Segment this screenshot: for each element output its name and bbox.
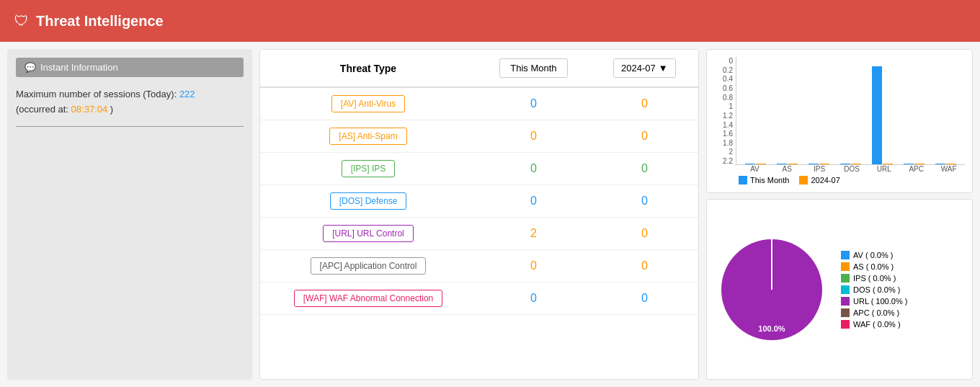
- threat-type-cell: [WAF] WAF Abnormal Connection: [260, 283, 476, 315]
- threat-type-cell: [URL] URL Control: [260, 218, 476, 250]
- pie-legend-item: APC ( 0.0% ): [841, 308, 907, 317]
- pie-legend-label: AV ( 0.0% ): [853, 251, 893, 259]
- threat-type-cell: [APC] Application Control: [260, 250, 476, 283]
- threat-type-cell: [DOS] Defense: [260, 185, 476, 218]
- pie-legend-dot: [841, 320, 850, 329]
- pie-legend-label: URL ( 100.0% ): [853, 297, 907, 306]
- legend-color-dot: [799, 176, 808, 184]
- right-panel: 2.221.81.61.41.210.80.60.40.20 AVASIPSDO…: [699, 49, 973, 380]
- threat-type-button[interactable]: [WAF] WAF Abnormal Connection: [294, 290, 443, 307]
- pie-legend-label: WAF ( 0.0% ): [853, 320, 901, 329]
- bar-chart: 2.221.81.61.41.210.80.60.40.20: [714, 57, 965, 165]
- table-row: [IPS] IPS 0 0: [260, 153, 698, 185]
- pie-legend-dot: [841, 274, 850, 283]
- threat-table-container: Threat Type This Month 2024-07 ▼ [AV] An…: [259, 49, 699, 380]
- bar-group: [899, 164, 930, 164]
- y-axis-label: 1.2: [714, 112, 733, 120]
- bar-date: [883, 164, 893, 164]
- table-row: [URL] URL Control 2 0: [260, 218, 698, 250]
- y-axis-label: 0.8: [714, 94, 733, 102]
- pie-legend-dot: [841, 308, 850, 317]
- col-date: 2024-07 ▼: [591, 50, 698, 87]
- x-axis-label: DOS: [836, 165, 868, 173]
- pie-legend-label: DOS ( 0.0% ): [853, 285, 900, 294]
- x-axis-label: IPS: [803, 165, 836, 173]
- bar-this-month: [777, 164, 787, 164]
- legend-color-dot: [739, 176, 747, 184]
- this-month-value: 0: [476, 185, 591, 218]
- pie-legend: AV ( 0.0% ) AS ( 0.0% ) IPS ( 0.0% ) DOS…: [841, 251, 907, 329]
- bar-date: [819, 164, 829, 164]
- shield-icon: 🛡: [14, 13, 29, 30]
- pie-legend-item: IPS ( 0.0% ): [841, 274, 907, 283]
- x-axis-label: AV: [739, 165, 771, 173]
- threat-table: Threat Type This Month 2024-07 ▼ [AV] An…: [260, 50, 698, 315]
- x-axis-label: APC: [900, 165, 932, 173]
- session-stat: Maximum number of sessions (Today): 222: [16, 87, 244, 102]
- threat-type-button[interactable]: [AV] Anti-Virus: [331, 95, 405, 112]
- pie-legend-dot: [841, 285, 850, 294]
- y-axis-label: 2: [714, 148, 733, 156]
- this-month-value: 2: [476, 218, 591, 250]
- threat-type-button[interactable]: [AS] Anti-Spam: [329, 128, 406, 145]
- bar-this-month: [808, 164, 819, 164]
- table-row: [AS] Anti-Spam 0 0: [260, 120, 698, 153]
- pie-legend-item: DOS ( 0.0% ): [841, 285, 907, 294]
- table-row: [DOS] Defense 0 0: [260, 185, 698, 218]
- chart-legend: This Month 2024-07: [739, 176, 965, 184]
- bar-this-month: [935, 164, 945, 164]
- threat-type-cell: [IPS] IPS: [260, 153, 476, 185]
- date-value: 0: [591, 87, 698, 120]
- bar-group: [739, 164, 771, 164]
- bar-group: [803, 164, 834, 164]
- this-month-value: 0: [476, 120, 591, 153]
- col-threat-type: Threat Type: [260, 50, 476, 87]
- bar-this-month: [745, 164, 755, 164]
- threat-type-cell: [AV] Anti-Virus: [260, 87, 476, 120]
- threat-type-button[interactable]: [IPS] IPS: [342, 160, 396, 177]
- pie-legend-label: IPS ( 0.0% ): [853, 274, 896, 283]
- pie-legend-item: AS ( 0.0% ): [841, 262, 907, 271]
- this-month-value: 0: [476, 153, 591, 185]
- y-axis-label: 1.4: [714, 121, 733, 129]
- comment-icon: 💬: [24, 62, 36, 73]
- y-axis-label: 0.2: [714, 66, 733, 74]
- x-labels: AVASIPSDOSURLAPCWAF: [739, 165, 965, 173]
- table-row: [WAF] WAF Abnormal Connection 0 0: [260, 283, 698, 315]
- y-axis-label: 0: [714, 57, 733, 65]
- bar-date: [788, 164, 798, 164]
- pie-legend-label: AS ( 0.0% ): [853, 262, 894, 271]
- threat-type-button[interactable]: [URL] URL Control: [323, 225, 414, 242]
- pie-chart: 100.0%: [714, 232, 829, 347]
- x-axis-label: AS: [771, 165, 803, 173]
- bar-group: [867, 66, 899, 164]
- threat-type-cell: [AS] Anti-Spam: [260, 120, 476, 153]
- sidebar: 💬 Instant Information Maximum number of …: [7, 49, 252, 380]
- y-axis-label: 1.8: [714, 139, 733, 147]
- bar-date: [914, 164, 925, 164]
- this-month-value: 0: [476, 87, 591, 120]
- bar-chart-container: 2.221.81.61.41.210.80.60.40.20 AVASIPSDO…: [706, 49, 973, 193]
- pie-legend-item: AV ( 0.0% ): [841, 251, 907, 259]
- pie-chart-container: 100.0% AV ( 0.0% ) AS ( 0.0% ) IPS ( 0.0…: [706, 199, 973, 380]
- table-row: [APC] Application Control 0 0: [260, 250, 698, 283]
- threat-type-button[interactable]: [APC] Application Control: [311, 257, 427, 275]
- bar-date: [946, 164, 956, 164]
- y-axis: 2.221.81.61.41.210.80.60.40.20: [714, 57, 736, 165]
- this-month-button[interactable]: This Month: [499, 58, 567, 78]
- x-axis-label: URL: [868, 165, 900, 173]
- date-value: 0: [591, 250, 698, 283]
- y-axis-label: 0.4: [714, 75, 733, 83]
- legend-label: This Month: [750, 176, 789, 184]
- pie-legend-item: WAF ( 0.0% ): [841, 320, 907, 329]
- bar-group: [930, 164, 962, 164]
- this-month-value: 0: [476, 250, 591, 283]
- chevron-down-icon: ▼: [659, 63, 668, 74]
- pie-legend-dot: [841, 262, 850, 271]
- date-selector-button[interactable]: 2024-07 ▼: [613, 58, 676, 78]
- bar-group: [771, 164, 803, 164]
- sidebar-title: 💬 Instant Information: [16, 58, 244, 77]
- session-number: 222: [179, 89, 195, 99]
- bars-area: [736, 57, 965, 165]
- threat-type-button[interactable]: [DOS] Defense: [330, 192, 407, 210]
